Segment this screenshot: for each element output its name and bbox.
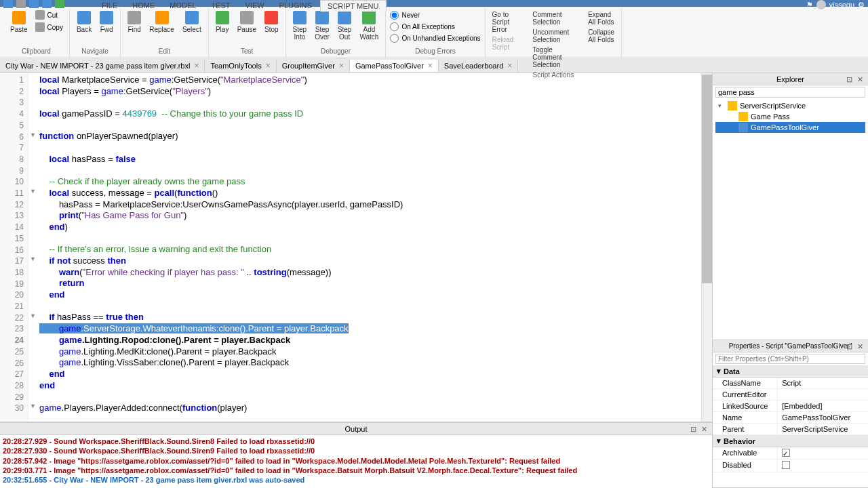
select-button[interactable]: Select [180,9,204,35]
code-line[interactable]: if hasPass == true then [39,312,698,323]
props-value[interactable] [778,389,868,400]
props-row[interactable]: Disabled [713,460,868,472]
code-line[interactable]: local success, message = pcall(function(… [39,188,698,199]
pause-button[interactable]: Pause [235,9,259,35]
undo-icon[interactable] [29,0,39,8]
radio-all-exc[interactable]: On All Exceptions [390,21,454,33]
doc-tab[interactable]: SaveLeaderboard× [439,60,518,72]
props-row[interactable]: Archivable [713,447,868,460]
tree-node[interactable]: ▾ServerScriptService [715,100,865,111]
radio-unhandled[interactable]: On Unhandled Exceptions [390,33,480,44]
redo-icon[interactable] [42,0,52,8]
output-close-icon[interactable]: ✕ [701,425,709,433]
paste-button[interactable]: Paste [7,9,31,35]
tree-node[interactable]: Game Pass [715,111,865,122]
step-into-button[interactable]: Step Into [290,9,310,42]
properties-filter-input[interactable] [715,354,865,364]
code-line[interactable]: end [39,369,698,380]
dropdown-icon[interactable]: ⚙ [858,1,865,9]
doc-tab[interactable]: City War - NEW IMPORT - 23 game pass ite… [0,60,205,72]
step-over-button[interactable]: Step Over [312,9,332,42]
fold-column[interactable]: ▼▼▼▼▼ [28,73,37,422]
menu-tab-home[interactable]: HOME [125,0,161,12]
app-icon[interactable] [3,0,13,8]
code-line[interactable]: local gamePassID = 4439769 -- Change thi… [39,108,698,120]
props-row[interactable]: ParentServerScriptService [713,424,868,435]
uncomment-button[interactable]: Uncomment Selection [530,27,572,45]
code-line[interactable]: hasPass = MarketplaceService:UserOwnsGam… [39,199,698,211]
fold-toggle[interactable]: ▼ [30,403,36,409]
code-line[interactable]: print("Has Game Pass for Gun") [39,210,698,222]
replace-button[interactable]: Replace [146,9,177,35]
props-value[interactable]: [Embedded] [778,401,868,411]
properties-popout-icon[interactable]: ⊡ [846,342,854,350]
close-icon[interactable]: × [507,62,512,70]
tree-node[interactable]: GamePassToolGiver [715,122,865,133]
explorer-tree[interactable]: ▾ServerScriptServiceGame PassGamePassToo… [713,99,868,340]
menu-tab-script-menu[interactable]: SCRIPT MENU [320,0,387,12]
properties-close-icon[interactable]: ✕ [857,342,865,350]
code-line[interactable]: return [39,278,698,289]
output-line[interactable]: 20:29:03.771 - Image "https://assetgame.… [3,466,709,475]
explorer-close-icon[interactable]: ✕ [857,75,865,83]
fold-toggle[interactable]: ▼ [30,312,36,319]
code-line[interactable]: game.Players.PlayerAdded:connect(functio… [39,403,698,414]
code-line[interactable]: end) [39,222,698,233]
close-icon[interactable]: × [428,62,433,70]
output-popout-icon[interactable]: ⊡ [690,425,698,433]
menu-tab-model[interactable]: MODEL [163,0,203,12]
stop-button[interactable]: Stop [262,9,281,35]
code-body[interactable]: local MarketplaceService = game:GetServi… [37,73,701,422]
tree-arrow-icon[interactable]: ▾ [718,102,725,109]
code-line[interactable]: local hasPass = false [39,154,698,165]
props-value[interactable]: Script [778,378,868,388]
output-line[interactable]: 20:28:27.929 - Sound Workspace.SheriffBl… [3,436,709,446]
step-out-button[interactable]: Step Out [335,9,355,42]
code-line[interactable]: warn("Error while checking if player has… [39,267,698,279]
code-line[interactable]: -- Check if the player already owns the … [39,176,698,188]
props-value[interactable] [778,460,868,472]
explorer-filter-input[interactable] [715,87,865,98]
menu-tab-view[interactable]: VIEW [238,0,271,12]
add-watch-button[interactable]: Add Watch [357,9,381,42]
code-line[interactable]: game.ServerStorage.Whateverthenamis:clon… [39,323,698,335]
goto-error-button[interactable]: Go to Script Error [490,9,517,35]
notify-icon[interactable]: ⚑ [806,1,813,9]
props-value[interactable]: GamePassToolGiver [778,412,868,423]
doc-tab[interactable]: GroupItemGiver× [277,60,350,72]
props-row[interactable]: CurrentEditor [713,389,868,401]
menu-tab-file[interactable]: FILE [95,0,124,12]
code-line[interactable]: end [39,289,698,301]
props-row[interactable]: ClassNameScript [713,378,868,389]
save-icon[interactable] [16,0,26,8]
props-value[interactable]: ServerScriptService [778,424,868,434]
play-icon[interactable] [55,0,64,8]
props-section-header[interactable]: ▾ Data [713,365,868,378]
output-line[interactable]: 20:28:57.942 - Image "https://assetgame.… [3,456,709,466]
fold-toggle[interactable]: ▼ [30,256,36,262]
props-value[interactable] [778,447,868,459]
output-body[interactable]: 20:28:27.929 - Sound Workspace.SheriffBl… [0,435,712,488]
code-line[interactable] [39,391,698,403]
code-line[interactable] [39,233,698,245]
output-line[interactable]: 20:32:51.655 - City War - NEW IMPORT - 2… [3,475,709,485]
code-line[interactable]: game.Lighting.MedKit:clone().Parent = pl… [39,346,698,358]
close-icon[interactable]: × [339,62,344,70]
code-line[interactable]: end [39,380,698,392]
explorer-popout-icon[interactable]: ⊡ [846,75,854,83]
code-editor[interactable]: 1234567891011121314151617181920212223242… [0,73,712,422]
scrollbar-thumb[interactable] [702,75,712,283]
cut-button[interactable]: Cut [33,9,65,20]
code-line[interactable]: function onPlayerSpawned(player) [39,131,698,142]
fold-toggle[interactable]: ▼ [30,131,36,138]
code-line[interactable] [39,301,698,312]
checkbox[interactable] [782,461,790,469]
output-line[interactable]: 20:28:27.930 - Sound Workspace.SheriffBl… [3,446,709,455]
play-button[interactable]: Play [213,9,232,35]
scrollbar-vertical[interactable] [701,73,712,422]
doc-tab[interactable]: TeamOnlyTools× [205,60,276,72]
props-row[interactable]: LinkedSource[Embedded] [713,401,868,412]
reload-script-button[interactable]: Reload Script [490,35,517,52]
find-button[interactable]: Find [125,9,144,35]
code-line[interactable]: game.Lighting.Ropod:clone().Parent = pla… [39,335,698,346]
